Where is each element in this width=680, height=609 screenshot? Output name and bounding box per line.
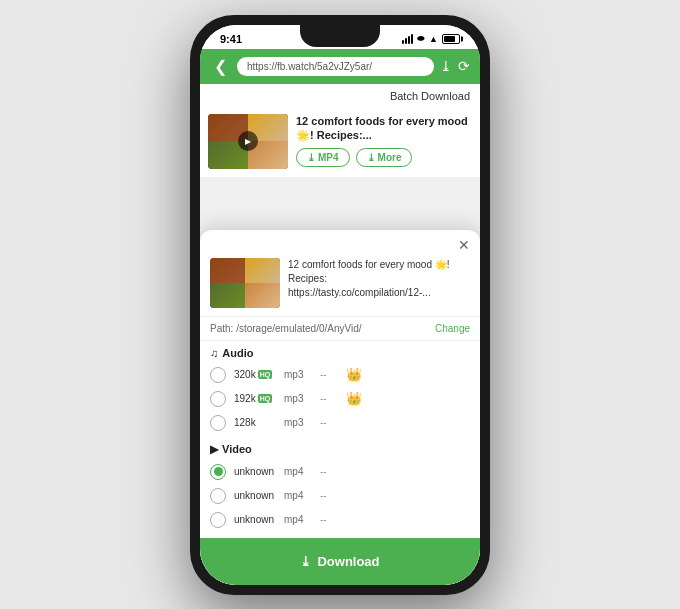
sheet-header: ✕ <box>200 230 480 258</box>
radio-inner-1 <box>214 467 223 476</box>
hq-badge-320k: HQ <box>258 370 273 379</box>
main-content: Batch Download ▶ 12 comfort foods for ev… <box>200 84 480 585</box>
action-buttons: ⤓ MP4 ⤓ More <box>296 148 472 167</box>
radio-128k[interactable] <box>210 415 226 431</box>
close-button[interactable]: ✕ <box>458 238 470 252</box>
status-time: 9:41 <box>220 33 242 45</box>
mp4-button[interactable]: ⤓ MP4 <box>296 148 350 167</box>
video-card: ▶ 12 comfort foods for every mood 🌟! Rec… <box>200 106 480 177</box>
crown-192k: 👑 <box>346 391 362 406</box>
download-icon-2: ⤓ <box>367 152 375 163</box>
video-info: 12 comfort foods for every mood 🌟! Recip… <box>296 114 472 168</box>
audio-format-192k[interactable]: 192k HQ mp3 -- 👑 <box>210 387 470 411</box>
download-button-area: ⤓ Download <box>200 538 480 585</box>
quality-128k: 128k <box>234 417 276 428</box>
crown-320k: 👑 <box>346 367 362 382</box>
more-button[interactable]: ⤓ More <box>356 148 413 167</box>
audio-format-128k[interactable]: 128k mp3 -- <box>210 411 470 435</box>
back-button[interactable]: ❮ <box>210 55 231 78</box>
video-format-3[interactable]: unknown mp4 -- <box>210 508 470 532</box>
audio-format-320k[interactable]: 320k HQ mp3 -- 👑 <box>210 363 470 387</box>
size-128k: -- <box>320 417 338 428</box>
size-320k: -- <box>320 369 338 380</box>
quality-192k: 192k HQ <box>234 393 276 404</box>
radio-192k[interactable] <box>210 391 226 407</box>
signal-icon <box>402 34 413 44</box>
url-bar[interactable]: https://fb.watch/5a2vJZy5ar/ <box>237 57 434 76</box>
type-128k: mp3 <box>284 417 312 428</box>
sheet-video-title: 12 comfort foods for every mood 🌟! Recip… <box>288 258 470 308</box>
address-bar-area: ❮ https://fb.watch/5a2vJZy5ar/ ⤓ ⟳ <box>200 49 480 84</box>
hq-badge-192k: HQ <box>258 394 273 403</box>
video-format-1[interactable]: unknown mp4 -- <box>210 460 470 484</box>
refresh-icon[interactable]: ⟳ <box>458 58 470 74</box>
radio-video-1[interactable] <box>210 464 226 480</box>
video-title: 12 comfort foods for every mood 🌟! Recip… <box>296 114 472 143</box>
size-video-1: -- <box>320 466 338 477</box>
video-format-2[interactable]: unknown mp4 -- <box>210 484 470 508</box>
video-section-title: ▶ Video <box>210 443 470 456</box>
video-icon: ▶ <box>210 443 218 456</box>
radio-video-3[interactable] <box>210 512 226 528</box>
quality-video-1: unknown <box>234 466 276 477</box>
sheet-thumbnail <box>210 258 280 308</box>
size-192k: -- <box>320 393 338 404</box>
download-icon: ⤓ <box>307 152 315 163</box>
download-button[interactable]: ⤓ Download <box>210 546 470 577</box>
sheet-video-info: 12 comfort foods for every mood 🌟! Recip… <box>200 258 480 317</box>
download-arrow-icon: ⤓ <box>300 554 311 569</box>
radio-320k[interactable] <box>210 367 226 383</box>
quality-320k: 320k HQ <box>234 369 276 380</box>
audio-section: ♫ Audio 320k HQ mp3 -- 👑 <box>200 341 480 437</box>
type-video-3: mp4 <box>284 514 312 525</box>
type-video-1: mp4 <box>284 466 312 477</box>
status-icons: ⬬ ▲ <box>402 33 460 44</box>
audio-section-title: ♫ Audio <box>210 347 470 359</box>
change-path-button[interactable]: Change <box>435 323 470 334</box>
size-video-3: -- <box>320 514 338 525</box>
video-thumbnail: ▶ <box>208 114 288 169</box>
batch-download-label: Batch Download <box>200 84 480 106</box>
sheet-path-row: Path: /storage/emulated/0/AnyVid/ Change <box>200 317 480 341</box>
bottom-sheet: ✕ 12 comfort foods for every mood 🌟! Rec… <box>200 230 480 585</box>
size-video-2: -- <box>320 490 338 501</box>
music-icon: ♫ <box>210 347 218 359</box>
status-bar: 9:41 ⬬ ▲ <box>200 25 480 49</box>
type-320k: mp3 <box>284 369 312 380</box>
radio-video-2[interactable] <box>210 488 226 504</box>
wifi-icon: ▲ <box>429 34 438 44</box>
quality-video-3: unknown <box>234 514 276 525</box>
notch <box>300 25 380 47</box>
battery-icon <box>442 34 460 44</box>
quality-video-2: unknown <box>234 490 276 501</box>
bluetooth-icon: ⬬ <box>417 33 425 44</box>
type-video-2: mp4 <box>284 490 312 501</box>
type-192k: mp3 <box>284 393 312 404</box>
phone-screen: 9:41 ⬬ ▲ ❮ https://fb.watch/5a2vJZy5ar/ … <box>200 25 480 585</box>
download-page-icon[interactable]: ⤓ <box>440 58 452 74</box>
video-section: ▶ Video unknown mp4 -- <box>200 437 480 534</box>
path-text: Path: /storage/emulated/0/AnyVid/ <box>210 323 362 334</box>
phone-frame: 9:41 ⬬ ▲ ❮ https://fb.watch/5a2vJZy5ar/ … <box>190 15 490 595</box>
play-button[interactable]: ▶ <box>238 131 258 151</box>
